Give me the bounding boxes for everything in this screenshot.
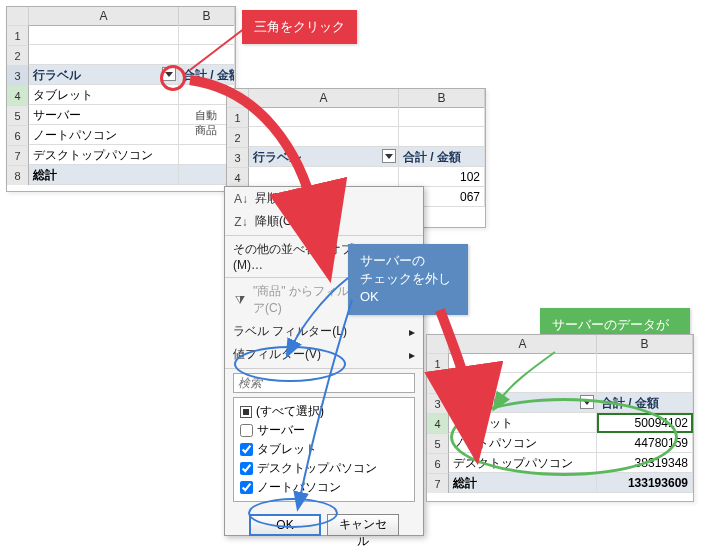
checkbox-tablet[interactable] <box>240 443 253 456</box>
checkbox-laptop[interactable] <box>240 481 253 494</box>
filter-dropdown-button[interactable] <box>580 395 594 409</box>
sum-header: 合計 / 金額 <box>399 147 485 167</box>
pivot-item[interactable]: ノートパソコン <box>449 433 597 453</box>
col-B: B <box>597 335 693 353</box>
rownum: 1 <box>227 107 249 127</box>
sum-header: 合計 / 金額 <box>597 393 693 413</box>
rownum: 5 <box>427 433 449 453</box>
row-label-header: 行ラベル <box>453 396 501 410</box>
rownum: 3 <box>427 393 449 413</box>
col-A: A <box>449 335 597 353</box>
callout-click-triangle: 三角をクリック <box>242 10 357 44</box>
checkbox-desktop[interactable] <box>240 462 253 475</box>
filter-option-laptop[interactable]: ノートパソコン <box>240 478 408 497</box>
value-filter[interactable]: 値フィルター(V)▸ <box>225 343 423 366</box>
rownum: 6 <box>427 453 449 473</box>
value-cell[interactable]: 38319348 <box>597 453 693 473</box>
rownum: 3 <box>7 65 29 85</box>
col-B: B <box>399 89 485 107</box>
total-label: 総計 <box>449 473 597 493</box>
rownum: 4 <box>427 413 449 433</box>
pivot-before: A B 1 2 3 4 5 6 7 8 行ラベル 合計 / 金額 タブレット サ… <box>6 6 236 192</box>
pivot-item[interactable]: ノートパソコン <box>29 125 179 145</box>
rownum: 5 <box>7 105 29 125</box>
pivot-item[interactable]: タブレット <box>449 413 597 433</box>
pivot-item[interactable]: タブレット <box>29 85 179 105</box>
sum-header: 合計 / 金額 <box>179 65 235 85</box>
label-filter[interactable]: ラベル フィルター(L)▸ <box>225 320 423 343</box>
filter-option-tablet[interactable]: タブレット <box>240 440 408 459</box>
pivot-item[interactable]: デスクトップパソコン <box>29 145 179 165</box>
col-A: A <box>249 89 399 107</box>
rownum: 2 <box>227 127 249 147</box>
total-label: 総計 <box>29 165 179 185</box>
col-A: A <box>29 7 179 25</box>
value-cell[interactable]: 50094102 <box>597 413 693 433</box>
filter-dropdown-button[interactable] <box>162 67 176 81</box>
rownum: 6 <box>7 125 29 145</box>
pivot-item[interactable]: サーバー <box>29 105 179 125</box>
rownum: 7 <box>427 473 449 493</box>
row-label-header: 行ラベル <box>33 68 81 82</box>
rownum: 8 <box>7 165 29 185</box>
filter-search-input[interactable] <box>233 373 415 393</box>
sort-desc-icon: Z↓ <box>233 215 249 229</box>
value-cell[interactable]: 102 <box>399 167 485 187</box>
total-value: 133193609 <box>597 473 693 493</box>
checkbox-server[interactable] <box>240 424 253 437</box>
rownum: 4 <box>227 167 249 187</box>
rownum: 1 <box>427 353 449 373</box>
sort-asc-icon: A↓ <box>233 192 249 206</box>
rownum: 3 <box>227 147 249 167</box>
filter-search[interactable] <box>233 373 415 393</box>
filter-checkbox-list: (すべて選択) サーバー タブレット デスクトップパソコン ノートパソコン <box>233 397 415 502</box>
value-cell[interactable]: 44780159 <box>597 433 693 453</box>
rownum: 2 <box>427 373 449 393</box>
filter-dropdown-panel: A↓昇順(S) Z↓降順(O) その他の並べ替えオプション(M)… ⧩"商品" … <box>224 186 424 536</box>
filter-option-all[interactable]: (すべて選択) <box>240 402 408 421</box>
checkbox-all[interactable] <box>240 406 252 418</box>
cancel-button[interactable]: キャンセル <box>327 514 399 536</box>
row-label-header: 行ラベル <box>253 150 301 164</box>
pivot-after: A B 1 2 3 4 5 6 7 行ラベル 合計 / 金額 タブレット5009… <box>426 334 694 502</box>
col-B: B <box>179 7 235 25</box>
callout-uncheck-server: サーバーの チェックを外し OK <box>348 244 468 315</box>
sort-asc[interactable]: A↓昇順(S) <box>225 187 423 210</box>
rownum: 2 <box>7 45 29 65</box>
filter-dropdown-button[interactable] <box>382 149 396 163</box>
rownum: 1 <box>7 25 29 45</box>
filter-option-server[interactable]: サーバー <box>240 421 408 440</box>
sort-desc[interactable]: Z↓降順(O) <box>225 210 423 233</box>
chevron-right-icon: ▸ <box>409 325 415 339</box>
side-text: 自動 商品 <box>195 108 217 138</box>
chevron-right-icon: ▸ <box>409 348 415 362</box>
rownum: 4 <box>7 85 29 105</box>
pivot-item[interactable]: デスクトップパソコン <box>449 453 597 473</box>
rownum: 7 <box>7 145 29 165</box>
filter-option-desktop[interactable]: デスクトップパソコン <box>240 459 408 478</box>
funnel-clear-icon: ⧩ <box>233 293 247 307</box>
ok-button[interactable]: OK <box>249 514 321 536</box>
